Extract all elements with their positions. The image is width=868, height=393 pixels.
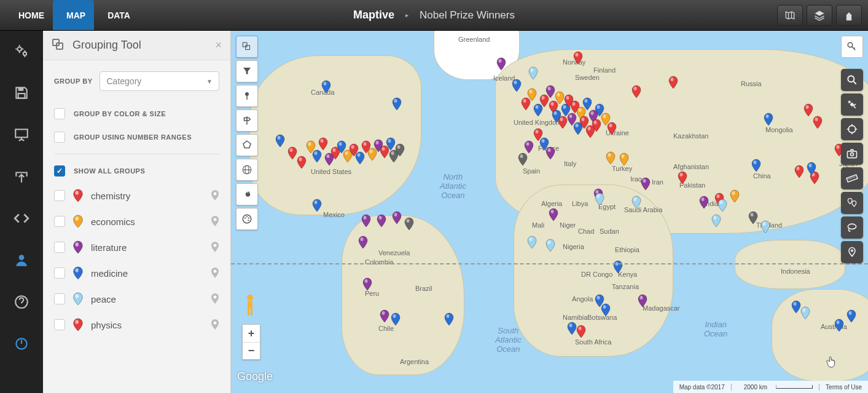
map-pin[interactable] (392, 97, 402, 111)
sidebar-save[interactable] (10, 81, 33, 105)
map-pin[interactable] (764, 113, 773, 126)
map-pin[interactable] (807, 162, 816, 175)
sidebar-settings[interactable] (10, 39, 33, 63)
map-pin[interactable] (555, 91, 565, 105)
zoom-out-button[interactable]: − (243, 342, 260, 359)
map-pin[interactable] (711, 214, 721, 228)
map-pin[interactable] (275, 134, 285, 148)
checkbox-chemistry[interactable] (54, 190, 65, 201)
map-canvas[interactable]: GreenlandIcelandCanadaUnited StatesMexic… (231, 31, 868, 393)
map-pin[interactable] (631, 196, 641, 209)
tool-measure[interactable] (841, 167, 863, 189)
map-pin[interactable] (392, 211, 402, 224)
terms-link[interactable]: Terms of Use (819, 384, 868, 391)
checkbox-color-size[interactable] (54, 108, 65, 119)
map-pin[interactable] (576, 325, 586, 338)
nav-tab-map[interactable]: MAP (53, 0, 94, 30)
map-pin[interactable] (395, 143, 405, 157)
key-button[interactable] (841, 36, 863, 58)
location-icon[interactable] (211, 268, 219, 279)
map-pin[interactable] (518, 153, 528, 166)
tool-target[interactable] (841, 118, 863, 140)
map-pin[interactable] (527, 236, 537, 249)
map-pin[interactable] (362, 277, 372, 291)
map-pin[interactable] (377, 214, 386, 228)
tool-boundary[interactable] (236, 159, 258, 181)
map-pin[interactable] (404, 217, 414, 231)
checkbox-number-ranges[interactable] (54, 132, 65, 143)
sidebar-present[interactable] (10, 123, 33, 146)
sidebar-embed[interactable] (10, 207, 33, 230)
group-peace[interactable]: peace (54, 286, 219, 312)
tool-lasso[interactable] (841, 216, 863, 239)
map-pin[interactable] (613, 260, 623, 274)
map-pin[interactable] (545, 146, 555, 160)
location-icon[interactable] (211, 216, 219, 227)
map-pin[interactable] (321, 80, 331, 93)
group-literature[interactable]: literature (54, 234, 219, 260)
map-pin[interactable] (358, 236, 368, 249)
church-button[interactable] (836, 5, 862, 26)
map-pin[interactable] (699, 196, 709, 209)
map-pin[interactable] (391, 312, 401, 326)
map-pin[interactable] (567, 322, 577, 335)
group-physics[interactable]: physics (54, 312, 219, 338)
map-pin[interactable] (524, 140, 534, 154)
checkbox-peace[interactable] (54, 293, 65, 304)
layers-button[interactable] (807, 5, 832, 26)
tool-search[interactable] (841, 69, 863, 91)
map-pin[interactable] (601, 303, 611, 317)
tool-grouping[interactable] (236, 36, 258, 58)
show-all-checkbox[interactable] (54, 165, 65, 177)
map-pin[interactable] (582, 97, 592, 111)
map-pin[interactable] (312, 149, 322, 163)
map-pin[interactable] (549, 208, 558, 221)
map-pin[interactable] (444, 312, 454, 326)
location-icon[interactable] (211, 293, 219, 304)
map-pin[interactable] (678, 171, 687, 185)
map-pin[interactable] (297, 156, 307, 169)
map-pin[interactable] (380, 309, 389, 323)
nav-tab-home[interactable]: HOME (5, 0, 53, 30)
tool-territory[interactable] (236, 134, 258, 156)
tool-heat[interactable] (236, 183, 258, 205)
map-pin[interactable] (595, 193, 604, 206)
map-pin[interactable] (619, 153, 629, 166)
map-view-button[interactable] (777, 5, 803, 26)
map-pin[interactable] (318, 137, 328, 151)
location-icon[interactable] (211, 190, 219, 201)
option-number-ranges[interactable]: GROUP USING NUMBER RANGES (54, 125, 219, 149)
group-medicine[interactable]: medicine (54, 260, 219, 286)
map-pin[interactable] (312, 199, 322, 212)
map-pin[interactable] (496, 57, 506, 71)
map-pin[interactable] (641, 177, 651, 191)
map-pin[interactable] (791, 300, 801, 314)
map-pin[interactable] (748, 211, 758, 224)
map-pin[interactable] (760, 220, 770, 234)
map-pin[interactable] (528, 66, 538, 80)
map-pin[interactable] (361, 214, 371, 228)
tool-add-loc[interactable] (841, 241, 863, 263)
tool-filter[interactable] (236, 60, 258, 82)
map-pin[interactable] (545, 239, 555, 252)
map-pin[interactable] (668, 76, 678, 89)
map-pin[interactable] (800, 306, 810, 320)
tool-snapshot[interactable] (841, 143, 863, 165)
tool-directions[interactable] (236, 109, 258, 132)
tool-pin[interactable] (236, 85, 258, 107)
checkbox-physics[interactable] (54, 319, 65, 330)
map-pin[interactable] (386, 137, 396, 151)
tool-style[interactable] (236, 208, 258, 230)
close-icon[interactable]: × (215, 39, 222, 52)
map-pin[interactable] (545, 85, 555, 98)
map-pin[interactable] (638, 294, 647, 308)
map-pin[interactable] (846, 309, 856, 323)
map-pin[interactable] (592, 119, 601, 132)
map-pin[interactable] (803, 103, 813, 117)
pegman-icon[interactable] (242, 293, 258, 317)
map-pin[interactable] (813, 116, 823, 129)
map-pin[interactable] (730, 189, 740, 203)
map-pin[interactable] (606, 151, 616, 165)
map-pin[interactable] (631, 85, 641, 98)
checkbox-economics[interactable] (54, 216, 65, 227)
